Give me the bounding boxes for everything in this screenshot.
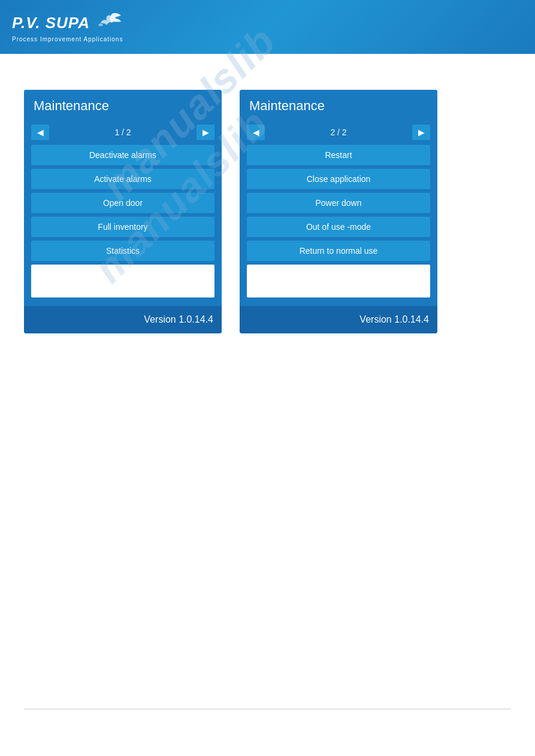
deactivate-alarms-button[interactable]: Deactivate alarms bbox=[31, 145, 214, 165]
panel1-empty-area bbox=[31, 265, 214, 297]
panel1-prev-button[interactable]: ◀ bbox=[31, 125, 49, 140]
panel1-version: Version 1.0.14.4 bbox=[144, 314, 213, 324]
logo-pv: P.V. bbox=[12, 14, 40, 32]
panel2-body: ◀ 2 / 2 ▶ Restart Close application Powe… bbox=[240, 120, 437, 306]
app-header: P.V. SUPA Process Improvement Applicatio… bbox=[0, 0, 535, 54]
panel1-nav: ◀ 1 / 2 ▶ bbox=[31, 125, 214, 140]
panel1-page-indicator: 1 / 2 bbox=[114, 127, 131, 137]
maintenance-panel-2: Maintenance ◀ 2 / 2 ▶ Restart Close appl… bbox=[240, 90, 437, 333]
page-footer-line bbox=[24, 709, 511, 709]
panel1-body: ◀ 1 / 2 ▶ Deactivate alarms Activate ala… bbox=[24, 120, 222, 306]
panel2-empty-area bbox=[247, 265, 430, 297]
restart-button[interactable]: Restart bbox=[247, 145, 430, 165]
panel2-version: Version 1.0.14.4 bbox=[359, 314, 429, 324]
panel1-title: Maintenance bbox=[24, 90, 222, 120]
logo-subtitle: Process Improvement Applications bbox=[12, 36, 123, 42]
maintenance-panel-1: Maintenance ◀ 1 / 2 ▶ Deactivate alarms … bbox=[24, 90, 222, 333]
panel2-next-button[interactable]: ▶ bbox=[412, 125, 430, 140]
main-content: manualslib manualslib Maintenance ◀ 1 / … bbox=[0, 54, 535, 369]
panel1-next-icon: ▶ bbox=[202, 127, 209, 137]
statistics-button[interactable]: Statistics bbox=[31, 241, 214, 261]
panel1-footer: Version 1.0.14.4 bbox=[24, 306, 222, 333]
logo-bird-icon bbox=[93, 12, 122, 35]
panel2-footer: Version 1.0.14.4 bbox=[240, 306, 437, 333]
return-to-normal-use-button[interactable]: Return to normal use bbox=[247, 241, 430, 261]
panel1-next-button[interactable]: ▶ bbox=[197, 125, 214, 140]
panel2-prev-icon: ◀ bbox=[253, 127, 259, 137]
panel1-prev-icon: ◀ bbox=[37, 127, 44, 137]
panel2-page-indicator: 2 / 2 bbox=[330, 127, 346, 137]
panel2-nav: ◀ 2 / 2 ▶ bbox=[247, 125, 430, 140]
close-application-button[interactable]: Close application bbox=[247, 169, 430, 189]
logo-supa: SUPA bbox=[46, 14, 90, 32]
open-door-button[interactable]: Open door bbox=[31, 193, 214, 213]
panel2-next-icon: ▶ bbox=[418, 127, 425, 137]
full-inventory-button[interactable]: Full inventory bbox=[31, 217, 214, 237]
panel2-title: Maintenance bbox=[240, 90, 437, 120]
logo: P.V. SUPA Process Improvement Applicatio… bbox=[12, 12, 123, 42]
activate-alarms-button[interactable]: Activate alarms bbox=[31, 169, 214, 189]
out-of-use-mode-button[interactable]: Out of use -mode bbox=[247, 217, 430, 237]
panel2-prev-button[interactable]: ◀ bbox=[247, 125, 265, 140]
power-down-button[interactable]: Power down bbox=[247, 193, 430, 213]
